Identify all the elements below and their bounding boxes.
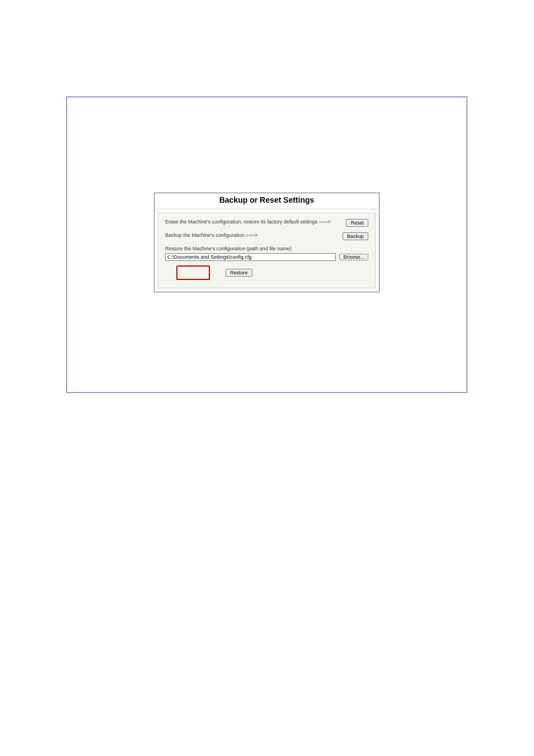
panel-body: Erase the Machine's configuration, resto…	[158, 213, 376, 288]
restore-controls: Browse...	[165, 253, 368, 261]
settings-panel: Backup or Reset Settings Erase the Machi…	[154, 193, 380, 292]
reset-row: Erase the Machine's configuration, resto…	[165, 219, 368, 227]
highlight-box	[176, 265, 210, 280]
backup-row: Backup the Machine's configuration ===> …	[165, 232, 368, 240]
restore-section: Restore the Machine's configuration (pat…	[165, 246, 368, 280]
restore-path-input[interactable]	[165, 253, 336, 261]
backup-button[interactable]: Backup	[343, 232, 368, 240]
restore-button[interactable]: Restore	[226, 269, 252, 277]
backup-description: Backup the Machine's configuration ===>	[165, 232, 343, 239]
browse-button[interactable]: Browse...	[339, 254, 368, 260]
page-frame: Backup or Reset Settings Erase the Machi…	[66, 96, 467, 393]
reset-description: Erase the Machine's configuration, resto…	[165, 219, 346, 225]
reset-button[interactable]: Reset	[346, 219, 368, 227]
restore-description: Restore the Machine's configuration (pat…	[165, 246, 368, 252]
panel-title: Backup or Reset Settings	[154, 193, 379, 209]
restore-action-row: Restore	[165, 265, 368, 280]
